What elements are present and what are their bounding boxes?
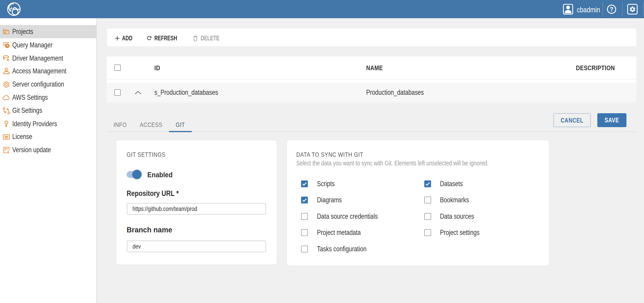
svg-text:?: ? [610,6,614,13]
